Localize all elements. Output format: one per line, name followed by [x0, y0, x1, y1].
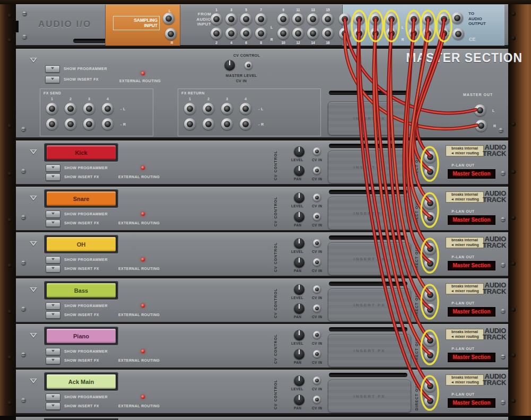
audio-output-jack[interactable] — [353, 28, 365, 39]
output-destination-display[interactable]: Master Section — [448, 353, 495, 362]
direct-out-l-jack[interactable] — [424, 197, 436, 209]
direct-out-r-jack[interactable] — [424, 304, 436, 316]
audio-input-jack[interactable] — [277, 28, 289, 39]
level-cv-knob[interactable] — [294, 238, 304, 249]
track-tape-label[interactable]: Ack Main — [43, 372, 119, 391]
level-cv-knob[interactable] — [294, 330, 304, 340]
show-programmer-button[interactable] — [46, 302, 60, 310]
fx-send-jack[interactable] — [65, 103, 76, 115]
audio-input-jack[interactable] — [225, 28, 237, 39]
direct-out-l-jack[interactable] — [424, 380, 436, 392]
master-out-r-jack[interactable] — [475, 120, 487, 132]
level-cv-in-jack[interactable] — [313, 147, 321, 155]
audio-output-jack[interactable] — [408, 13, 420, 25]
audio-input-jack[interactable] — [240, 13, 252, 25]
fx-return-jack[interactable] — [184, 103, 196, 115]
show-insert-fx-button[interactable] — [45, 76, 60, 83]
audio-output-jack[interactable] — [353, 13, 365, 25]
level-cv-in-jack[interactable] — [313, 239, 321, 247]
audio-input-jack[interactable] — [307, 28, 319, 39]
audio-output-jack[interactable] — [422, 28, 434, 39]
pan-cv-in-jack[interactable] — [313, 350, 321, 358]
sampling-input-l-jack[interactable] — [163, 13, 175, 24]
track-tape-label[interactable]: Snare — [43, 189, 119, 208]
audio-output-jack[interactable] — [386, 28, 397, 39]
fx-return-jack[interactable] — [221, 118, 233, 130]
pan-cv-in-jack[interactable] — [313, 213, 321, 221]
fold-arrow[interactable] — [30, 196, 37, 200]
audio-input-jack[interactable] — [292, 28, 304, 39]
show-programmer-button[interactable] — [46, 211, 60, 218]
level-cv-knob[interactable] — [294, 146, 304, 157]
output-destination-display[interactable]: Master Section — [448, 398, 495, 408]
pan-cv-in-jack[interactable] — [313, 167, 321, 174]
direct-out-l-jack[interactable] — [424, 151, 436, 163]
audio-output-jack[interactable] — [370, 13, 381, 25]
show-programmer-button[interactable] — [46, 393, 60, 401]
audio-output-jack[interactable] — [408, 28, 420, 39]
output-destination-display[interactable]: Master Section — [448, 261, 495, 270]
audio-input-jack[interactable] — [322, 13, 334, 25]
level-cv-in-jack[interactable] — [313, 285, 321, 293]
fold-arrow[interactable] — [30, 58, 37, 63]
level-cv-in-jack[interactable] — [313, 331, 321, 339]
fx-return-jack[interactable] — [221, 103, 233, 115]
audio-output-jack[interactable] — [451, 12, 463, 24]
output-destination-display[interactable]: Master Section — [448, 169, 495, 179]
fx-return-jack[interactable] — [203, 103, 214, 115]
fx-send-jack[interactable] — [102, 103, 114, 115]
fx-send-jack[interactable] — [46, 103, 58, 115]
sampling-input-r-jack[interactable] — [165, 28, 177, 40]
fold-arrow[interactable] — [30, 241, 37, 246]
audio-output-jack[interactable] — [386, 13, 397, 25]
track-tape-label[interactable]: Piano — [43, 326, 119, 346]
fx-send-jack[interactable] — [83, 118, 95, 130]
track-tape-label[interactable]: OH — [43, 234, 119, 254]
audio-input-jack[interactable] — [255, 28, 267, 39]
fx-send-jack[interactable] — [102, 118, 114, 130]
audio-input-jack[interactable] — [307, 13, 319, 25]
fx-return-jack[interactable] — [240, 118, 251, 130]
audio-input-jack[interactable] — [292, 13, 304, 25]
pan-cv-knob[interactable] — [294, 303, 304, 314]
show-insert-fx-button[interactable] — [46, 357, 60, 364]
output-destination-display[interactable]: Master Section — [448, 215, 495, 225]
pan-cv-knob[interactable] — [294, 349, 304, 360]
direct-out-r-jack[interactable] — [424, 395, 436, 407]
fx-send-jack[interactable] — [46, 118, 58, 130]
level-cv-knob[interactable] — [294, 192, 304, 203]
output-destination-display[interactable]: Master Section — [448, 307, 495, 317]
direct-out-l-jack[interactable] — [424, 335, 436, 346]
direct-out-r-jack[interactable] — [424, 166, 436, 178]
audio-input-jack[interactable] — [240, 28, 252, 39]
master-level-cv-in-jack[interactable] — [245, 62, 253, 69]
pan-cv-in-jack[interactable] — [313, 396, 321, 404]
fold-arrow[interactable] — [30, 379, 37, 383]
track-tape-label[interactable]: Bass — [43, 281, 119, 300]
audio-input-jack[interactable] — [255, 13, 267, 25]
show-programmer-button[interactable] — [46, 348, 60, 355]
audio-output-jack[interactable] — [370, 28, 381, 39]
audio-output-jack[interactable] — [339, 28, 351, 39]
show-insert-fx-button[interactable] — [46, 220, 60, 227]
audio-output-jack[interactable] — [452, 28, 464, 40]
show-insert-fx-button[interactable] — [46, 173, 60, 181]
direct-out-l-jack[interactable] — [424, 243, 436, 255]
pan-cv-knob[interactable] — [294, 212, 304, 222]
pan-cv-in-jack[interactable] — [313, 304, 321, 312]
master-level-cv-knob[interactable] — [224, 60, 235, 71]
show-insert-fx-button[interactable] — [46, 402, 60, 410]
pan-cv-in-jack[interactable] — [313, 258, 321, 266]
show-programmer-button[interactable] — [46, 164, 60, 172]
level-cv-in-jack[interactable] — [313, 194, 321, 202]
fold-arrow[interactable] — [30, 333, 37, 338]
audio-output-jack[interactable] — [422, 13, 434, 25]
audio-input-jack[interactable] — [277, 13, 289, 25]
level-cv-knob[interactable] — [294, 284, 304, 295]
fold-arrow[interactable] — [30, 150, 37, 154]
level-cv-knob[interactable] — [294, 375, 304, 386]
show-insert-fx-button[interactable] — [46, 265, 60, 273]
fx-send-jack[interactable] — [83, 103, 95, 115]
level-cv-in-jack[interactable] — [313, 377, 321, 384]
track-tape-label[interactable]: Kick — [43, 143, 119, 162]
